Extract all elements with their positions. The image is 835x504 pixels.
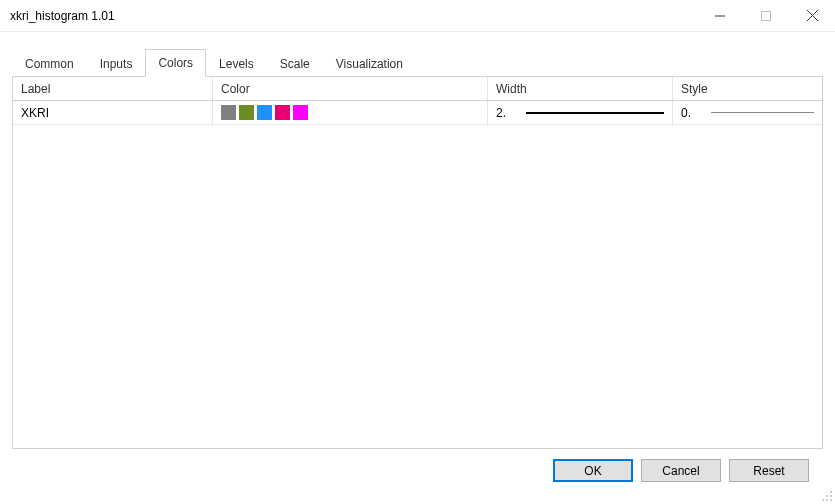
tab-bar: Common Inputs Colors Levels Scale Visual… xyxy=(12,48,823,77)
svg-rect-1 xyxy=(762,11,771,20)
swatch-3[interactable] xyxy=(257,105,272,120)
maximize-button xyxy=(743,0,789,31)
svg-point-7 xyxy=(822,499,824,501)
svg-point-5 xyxy=(826,495,828,497)
dialog-footer: OK Cancel Reset xyxy=(12,449,823,482)
cancel-button[interactable]: Cancel xyxy=(641,459,721,482)
header-label: Label xyxy=(13,77,213,100)
svg-point-6 xyxy=(830,495,832,497)
tab-common[interactable]: Common xyxy=(12,50,87,77)
swatch-1[interactable] xyxy=(221,105,236,120)
grid-row: XKRI 2. 0. xyxy=(13,101,822,125)
tab-inputs[interactable]: Inputs xyxy=(87,50,146,77)
tab-scale[interactable]: Scale xyxy=(267,50,323,77)
grid-header: Label Color Width Style xyxy=(13,77,822,101)
close-icon xyxy=(807,10,818,21)
svg-point-4 xyxy=(830,491,832,493)
color-swatches xyxy=(221,105,308,120)
swatch-4[interactable] xyxy=(275,105,290,120)
tab-levels[interactable]: Levels xyxy=(206,50,267,77)
reset-button[interactable]: Reset xyxy=(729,459,809,482)
minimize-button[interactable] xyxy=(697,0,743,31)
header-style: Style xyxy=(673,77,822,100)
colors-grid: Label Color Width Style XKRI xyxy=(13,77,822,125)
row-width-cell[interactable]: 2. xyxy=(488,101,673,124)
window-controls xyxy=(697,0,835,31)
swatch-2[interactable] xyxy=(239,105,254,120)
row-label: XKRI xyxy=(21,106,49,120)
width-preview xyxy=(526,105,664,121)
maximize-icon xyxy=(761,11,771,21)
width-value: 2. xyxy=(496,106,520,120)
row-style-cell[interactable]: 0. xyxy=(673,101,822,124)
row-label-cell[interactable]: XKRI xyxy=(13,101,213,124)
header-color: Color xyxy=(213,77,488,100)
svg-point-9 xyxy=(830,499,832,501)
row-color-cell[interactable] xyxy=(213,101,488,124)
ok-button[interactable]: OK xyxy=(553,459,633,482)
resize-grip[interactable] xyxy=(819,488,833,502)
close-button[interactable] xyxy=(789,0,835,31)
tab-panel-colors: Label Color Width Style XKRI xyxy=(12,77,823,449)
tab-visualization[interactable]: Visualization xyxy=(323,50,416,77)
minimize-icon xyxy=(715,11,725,21)
tab-colors[interactable]: Colors xyxy=(145,49,206,77)
style-preview xyxy=(711,105,814,121)
svg-point-8 xyxy=(826,499,828,501)
header-width: Width xyxy=(488,77,673,100)
titlebar: xkri_histogram 1.01 xyxy=(0,0,835,32)
swatch-5[interactable] xyxy=(293,105,308,120)
window-title: xkri_histogram 1.01 xyxy=(10,9,697,23)
resize-grip-icon xyxy=(819,488,833,502)
style-value: 0. xyxy=(681,106,705,120)
